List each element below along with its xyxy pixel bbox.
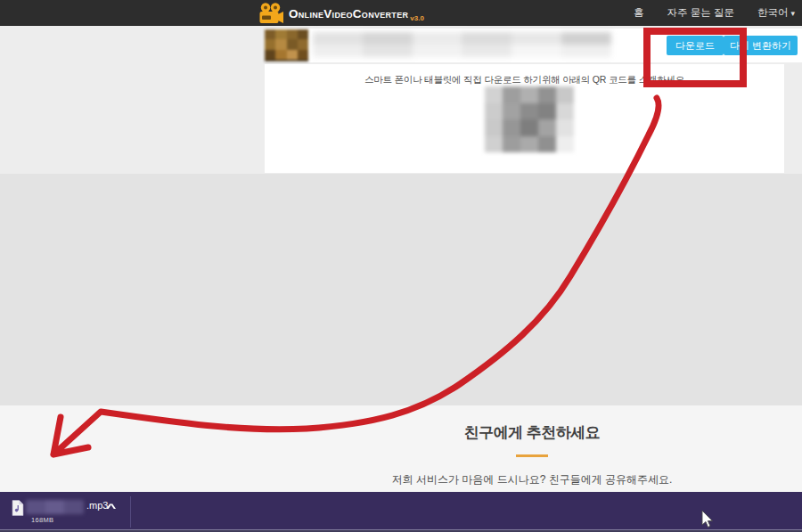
conversion-result-header: 다운로드 다시 변환하기 <box>265 29 802 62</box>
expand-download-icon[interactable]: ^ <box>106 501 116 514</box>
video-title-blurred <box>313 32 611 57</box>
download-button[interactable]: 다운로드 <box>667 36 724 55</box>
file-extension-label[interactable]: .mp3 <box>86 500 108 511</box>
orange-divider <box>516 454 548 457</box>
page-background-main <box>0 174 802 405</box>
qr-instruction-text: 스마트 폰이나 태블릿에 직접 다운로드 하기위해 아래의 QR 코드를 스캔하… <box>265 64 784 86</box>
share-heading: 친구에게 추천하세요 <box>265 422 799 443</box>
downloaded-filename-blurred <box>26 500 84 514</box>
browser-viewport: OnlineVideoConverter v3.0 홈 자주 묻는 질문 한국어… <box>0 0 802 532</box>
top-navbar: OnlineVideoConverter v3.0 홈 자주 묻는 질문 한국어… <box>0 0 802 26</box>
brand-version: v3.0 <box>410 14 424 22</box>
language-label: 한국어 <box>757 7 789 18</box>
nav-item-home[interactable]: 홈 <box>634 6 644 20</box>
brand-name: OnlineVideoConverter <box>289 7 408 20</box>
brand-logo[interactable]: OnlineVideoConverter v3.0 <box>259 2 424 25</box>
qr-code-blurred <box>485 86 574 152</box>
navbar-menu: 홈 자주 묻는 질문 한국어▾ <box>634 0 795 26</box>
share-section-inner: 친구에게 추천하세요 저희 서비스가 마음에 드시나요? 친구들에게 공유해주세… <box>265 405 799 487</box>
nav-item-faq[interactable]: 자주 묻는 질문 <box>667 6 734 20</box>
convert-again-button[interactable]: 다시 변환하기 <box>724 36 798 55</box>
mp3-file-icon <box>12 500 24 516</box>
share-section: 친구에게 추천하세요 저희 서비스가 마음에 드시나요? 친구들에게 공유해주세… <box>0 405 802 492</box>
video-camera-icon <box>259 3 283 24</box>
qr-code-panel: 스마트 폰이나 태블릿에 직접 다운로드 하기위해 아래의 QR 코드를 스캔하… <box>265 64 784 173</box>
share-subtext: 저희 서비스가 마음에 드시나요? 친구들에게 공유해주세요. <box>265 472 799 487</box>
chevron-down-icon: ▾ <box>790 9 795 18</box>
file-size-label: 168MB <box>31 516 53 524</box>
nav-item-language[interactable]: 한국어▾ <box>757 6 795 20</box>
browser-download-bar: .mp3 168MB ^ <box>0 492 802 532</box>
download-bar-divider <box>130 496 131 528</box>
video-thumbnail-blurred <box>265 29 308 61</box>
